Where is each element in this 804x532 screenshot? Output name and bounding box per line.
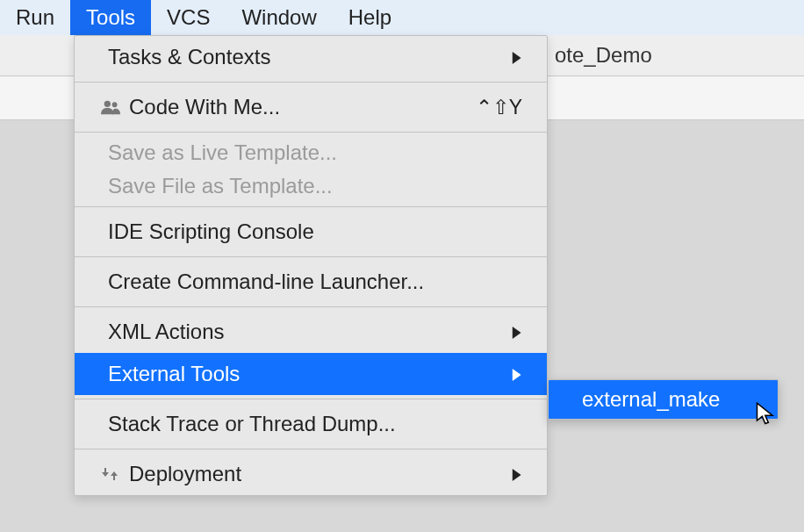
menu-item-label: Save as Live Template... (108, 140, 522, 165)
submenu-item-label: external_make (582, 387, 720, 412)
menu-separator (75, 399, 547, 399)
menu-item-label: Code With Me... (129, 95, 476, 119)
svg-point-1 (112, 102, 118, 107)
menu-item-label: Save File as Template... (108, 174, 522, 198)
people-icon (101, 99, 124, 115)
submenu-arrow-icon (510, 45, 522, 69)
toolbar-visible-text: ote_Demo (555, 43, 652, 68)
menu-item-xml-actions[interactable]: XML Actions (75, 311, 547, 353)
menubar-item-help[interactable]: Help (333, 0, 407, 35)
menu-item-label: IDE Scripting Console (108, 219, 522, 244)
deploy-icon (101, 466, 124, 482)
menubar-item-vcs[interactable]: VCS (151, 0, 226, 35)
menu-item-external-tools[interactable]: External Tools (75, 353, 547, 395)
submenu-item-external-make[interactable]: external_make (549, 380, 778, 419)
menu-item-label: External Tools (108, 362, 510, 386)
menu-separator (75, 306, 547, 307)
tools-dropdown: Tasks & Contexts Code With Me... ⌃⇧Y Sav… (74, 35, 548, 496)
menu-item-code-with-me[interactable]: Code With Me... ⌃⇧Y (75, 86, 547, 128)
menubar-item-run[interactable]: Run (0, 0, 70, 35)
menubar: Run Tools VCS Window Help (0, 0, 804, 35)
menu-item-label: Create Command-line Launcher... (108, 270, 522, 294)
menu-item-save-live-template: Save as Live Template... (75, 136, 547, 169)
menu-item-save-file-template: Save File as Template... (75, 169, 547, 203)
menu-separator (75, 256, 547, 257)
menu-item-label: Stack Trace or Thread Dump... (108, 412, 522, 436)
menu-item-stack-trace[interactable]: Stack Trace or Thread Dump... (75, 403, 547, 445)
menu-item-shortcut: ⌃⇧Y (476, 96, 522, 119)
menu-separator (75, 132, 547, 133)
menu-item-label: Tasks & Contexts (108, 45, 510, 69)
menu-item-create-launcher[interactable]: Create Command-line Launcher... (75, 261, 547, 303)
svg-point-0 (104, 101, 111, 107)
submenu-arrow-icon (510, 362, 522, 386)
submenu-arrow-icon (510, 320, 522, 344)
external-tools-submenu: external_make (548, 379, 779, 420)
menu-item-ide-scripting[interactable]: IDE Scripting Console (75, 211, 547, 253)
menu-item-tasks-contexts[interactable]: Tasks & Contexts (75, 36, 547, 78)
menu-separator (75, 449, 547, 449)
menu-separator (75, 206, 547, 207)
menu-separator (75, 82, 547, 83)
menu-item-label: XML Actions (108, 320, 510, 344)
submenu-arrow-icon (510, 462, 522, 486)
menu-item-deployment[interactable]: Deployment (75, 453, 547, 495)
menubar-item-window[interactable]: Window (226, 0, 332, 35)
menu-item-label: Deployment (129, 462, 510, 486)
menubar-item-tools[interactable]: Tools (70, 0, 151, 35)
